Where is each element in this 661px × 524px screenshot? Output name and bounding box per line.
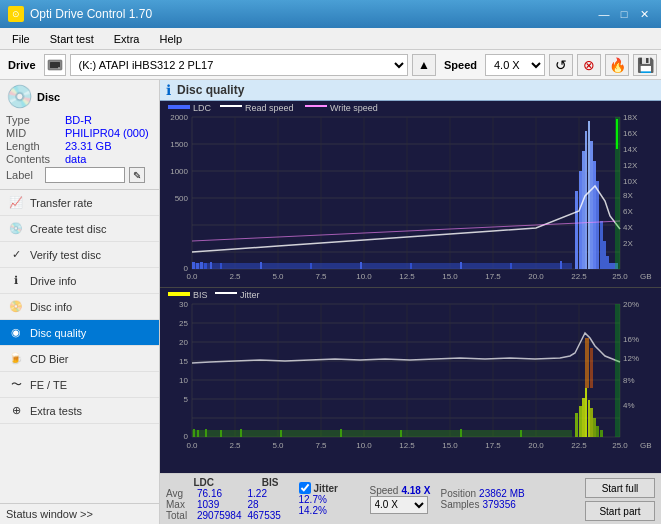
jitter-checkbox[interactable] (299, 482, 311, 494)
svg-rect-1 (50, 62, 60, 68)
disc-quality-header: ℹ Disc quality (160, 80, 661, 101)
speed-stats: Speed 4.18 X 4.0 X (370, 485, 435, 514)
svg-rect-57 (200, 262, 203, 269)
svg-text:BIS: BIS (193, 290, 208, 300)
disc-quality-header-icon: ℹ (166, 82, 171, 98)
svg-rect-151 (600, 430, 603, 437)
svg-rect-140 (400, 430, 402, 437)
svg-rect-134 (197, 430, 199, 437)
menu-extra[interactable]: Extra (106, 31, 148, 47)
nav-cd-bier-label: CD Bier (30, 353, 69, 365)
maximize-button[interactable]: □ (615, 5, 633, 23)
start-full-button[interactable]: Start full (585, 478, 655, 498)
eject-button[interactable]: ▲ (412, 54, 436, 76)
jitter-max-value: 14.2% (299, 505, 364, 516)
svg-text:Read speed: Read speed (245, 103, 294, 113)
nav-disc-quality[interactable]: ◉ Disc quality (0, 320, 159, 346)
ldc-header: LDC (166, 477, 242, 488)
svg-text:5: 5 (184, 395, 189, 404)
close-button[interactable]: ✕ (635, 5, 653, 23)
start-part-button[interactable]: Start part (585, 501, 655, 521)
cd-bier-icon: 🍺 (8, 351, 24, 367)
disc-panel: 💿 Disc Type BD-R MID PHILIPR04 (000) Len… (0, 80, 159, 190)
svg-text:20%: 20% (623, 300, 639, 309)
disc-header: 💿 Disc (6, 84, 153, 110)
app-icon: ⊙ (8, 6, 24, 22)
svg-rect-75 (596, 181, 599, 269)
svg-rect-59 (210, 262, 212, 269)
svg-text:20: 20 (179, 338, 188, 347)
disc-label-row: Label ✎ (6, 167, 153, 183)
disc-length-value: 23.31 GB (65, 140, 111, 152)
nav-disc-quality-label: Disc quality (30, 327, 86, 339)
svg-text:0.0: 0.0 (186, 272, 198, 281)
svg-text:12%: 12% (623, 354, 639, 363)
nav-verify-test-disc[interactable]: ✓ Verify test disc (0, 242, 159, 268)
svg-text:GB: GB (640, 441, 652, 450)
svg-rect-74 (593, 161, 596, 269)
drive-select[interactable]: (K:) ATAPI iHBS312 2 PL17 (70, 54, 408, 76)
disc-type-row: Type BD-R (6, 114, 153, 126)
svg-text:Jitter: Jitter (240, 290, 260, 300)
status-window-button[interactable]: Status window >> (0, 503, 159, 524)
stats-bar: LDC Avg 76.16 Max 1039 Total 29075984 BI… (160, 473, 661, 524)
svg-rect-133 (193, 429, 195, 437)
erase-button[interactable]: ⊗ (577, 54, 601, 76)
position-stats: Position 23862 MB Samples 379356 (441, 488, 525, 510)
menu-file[interactable]: File (4, 31, 38, 47)
disc-type-value: BD-R (65, 114, 92, 126)
extra-tests-icon: ⊕ (8, 403, 24, 419)
nav-disc-info[interactable]: 📀 Disc info (0, 294, 159, 320)
ldc-stats: LDC Avg 76.16 Max 1039 Total 29075984 (166, 477, 242, 521)
svg-text:22.5: 22.5 (571, 272, 587, 281)
speed-stat-select[interactable]: 4.0 X (370, 496, 428, 514)
bis-max-value: 28 (248, 499, 293, 510)
minimize-button[interactable]: — (595, 5, 613, 23)
speed-select[interactable]: 4.0 X 2.0 X 6.0 X 8.0 X (485, 54, 545, 76)
svg-rect-68 (575, 191, 578, 269)
nav-fe-te[interactable]: 〜 FE / TE (0, 372, 159, 398)
nav-create-test-disc[interactable]: 💿 Create test disc (0, 216, 159, 242)
bis-stats: BIS 1.22 28 467535 (248, 477, 293, 521)
svg-text:7.5: 7.5 (315, 272, 327, 281)
save-button[interactable]: 💾 (633, 54, 657, 76)
svg-rect-145 (582, 398, 585, 437)
svg-rect-77 (603, 241, 606, 269)
disc-section-title: Disc (37, 91, 60, 103)
svg-rect-87 (215, 292, 237, 294)
svg-rect-63 (360, 262, 362, 269)
nav-extra-tests-label: Extra tests (30, 405, 82, 417)
svg-rect-144 (579, 406, 582, 437)
svg-rect-148 (590, 408, 593, 437)
svg-rect-138 (280, 430, 282, 437)
svg-rect-78 (606, 256, 609, 269)
svg-rect-72 (588, 121, 590, 269)
disc-label-edit-button[interactable]: ✎ (129, 167, 145, 183)
svg-rect-132 (192, 430, 572, 437)
action-buttons: Start full Start part (585, 478, 655, 521)
nav-transfer-rate[interactable]: 📈 Transfer rate (0, 190, 159, 216)
disc-contents-row: Contents data (6, 153, 153, 165)
disc-quality-icon: ◉ (8, 325, 24, 341)
svg-text:20.0: 20.0 (528, 272, 544, 281)
disc-label-input[interactable] (45, 167, 125, 183)
bis-header: BIS (248, 477, 293, 488)
ldc-total-value: 29075984 (197, 510, 242, 521)
nav-disc-info-label: Disc info (30, 301, 72, 313)
svg-text:7.5: 7.5 (315, 441, 327, 450)
nav-extra-tests[interactable]: ⊕ Extra tests (0, 398, 159, 424)
svg-rect-153 (590, 348, 593, 388)
svg-text:4%: 4% (623, 401, 635, 410)
svg-text:18X: 18X (623, 113, 638, 122)
menu-help[interactable]: Help (151, 31, 190, 47)
burn-button[interactable]: 🔥 (605, 54, 629, 76)
svg-text:500: 500 (175, 194, 189, 203)
svg-rect-55 (192, 262, 195, 269)
svg-rect-76 (600, 221, 603, 269)
disc-contents-value: data (65, 153, 86, 165)
menu-start-test[interactable]: Start test (42, 31, 102, 47)
refresh-button[interactable]: ↺ (549, 54, 573, 76)
svg-text:2000: 2000 (170, 113, 188, 122)
nav-cd-bier[interactable]: 🍺 CD Bier (0, 346, 159, 372)
nav-drive-info[interactable]: ℹ Drive info (0, 268, 159, 294)
